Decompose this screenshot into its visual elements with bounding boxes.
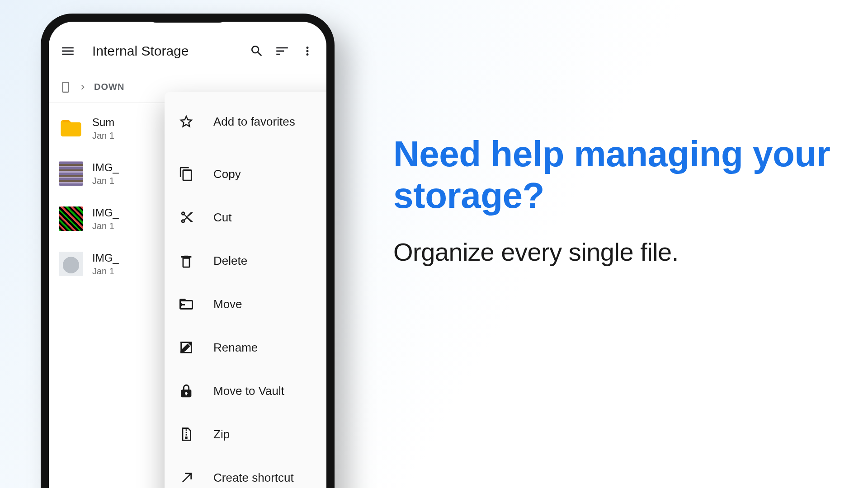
more-button[interactable] bbox=[295, 38, 320, 64]
phone-frame: Internal Storage DOWN bbox=[41, 14, 335, 488]
menu-item-label: Add to favorites bbox=[213, 115, 295, 129]
menu-item-delete[interactable]: Delete bbox=[165, 239, 326, 282]
lock-icon bbox=[177, 382, 195, 400]
file-name: Sum bbox=[92, 116, 114, 129]
subline: Organize every single file. bbox=[393, 237, 832, 267]
file-name: IMG_ bbox=[92, 161, 119, 174]
folder-icon bbox=[59, 116, 83, 141]
image-thumbnail bbox=[59, 161, 83, 186]
menu-item-label: Move bbox=[213, 297, 242, 311]
menu-item-label: Delete bbox=[213, 254, 247, 268]
menu-item-vault[interactable]: Move to Vault bbox=[165, 369, 326, 413]
menu-item-label: Cut bbox=[213, 211, 231, 225]
headline: Need help managing your storage? bbox=[393, 133, 832, 216]
edit-icon bbox=[177, 338, 195, 357]
menu-item-copy[interactable]: Copy bbox=[165, 152, 326, 196]
file-name: IMG_ bbox=[92, 206, 119, 219]
phone-screen: Internal Storage DOWN bbox=[49, 22, 326, 488]
menu-item-label: Rename bbox=[213, 341, 258, 355]
file-name: IMG_ bbox=[92, 252, 119, 264]
star-outline-icon bbox=[177, 113, 195, 131]
file-date: Jan 1 bbox=[92, 131, 114, 141]
menu-item-rename[interactable]: Rename bbox=[165, 326, 326, 369]
zip-icon bbox=[177, 425, 195, 443]
copy-icon bbox=[177, 165, 195, 183]
trash-icon bbox=[177, 252, 195, 270]
menu-item-label: Move to Vault bbox=[213, 384, 284, 398]
cut-icon bbox=[177, 208, 195, 226]
menu-item-label: Copy bbox=[213, 167, 241, 181]
phone-storage-icon bbox=[60, 81, 71, 93]
more-vert-icon bbox=[301, 44, 314, 58]
file-date: Jan 1 bbox=[92, 266, 119, 277]
menu-item-move[interactable]: Move bbox=[165, 282, 326, 326]
menu-item-favorites[interactable]: Add to favorites bbox=[165, 100, 326, 143]
file-date: Jan 1 bbox=[92, 176, 119, 186]
menu-item-label: Zip bbox=[213, 427, 230, 441]
file-date: Jan 1 bbox=[92, 221, 119, 231]
move-to-folder-icon bbox=[177, 295, 195, 313]
breadcrumb-segment: DOWN bbox=[94, 82, 124, 92]
marketing-copy: Need help managing your storage? Organiz… bbox=[393, 133, 832, 267]
sort-button[interactable] bbox=[269, 38, 295, 64]
menu-item-zip[interactable]: Zip bbox=[165, 413, 326, 456]
context-menu: Add to favorites Copy Cut Delete bbox=[165, 92, 326, 488]
image-thumbnail bbox=[59, 252, 83, 276]
app-bar: Internal Storage bbox=[49, 31, 326, 71]
menu-item-shortcut[interactable]: Create shortcut bbox=[165, 456, 326, 488]
search-icon bbox=[250, 44, 264, 58]
hamburger-icon bbox=[60, 43, 75, 59]
menu-button[interactable] bbox=[55, 38, 80, 64]
image-thumbnail bbox=[59, 206, 83, 231]
search-button[interactable] bbox=[244, 38, 269, 64]
menu-item-cut[interactable]: Cut bbox=[165, 196, 326, 239]
page-title: Internal Storage bbox=[92, 43, 189, 59]
menu-item-label: Create shortcut bbox=[213, 471, 294, 485]
chevron-right-icon bbox=[78, 82, 88, 92]
sort-icon bbox=[274, 43, 290, 59]
arrow-up-right-icon bbox=[177, 469, 195, 487]
